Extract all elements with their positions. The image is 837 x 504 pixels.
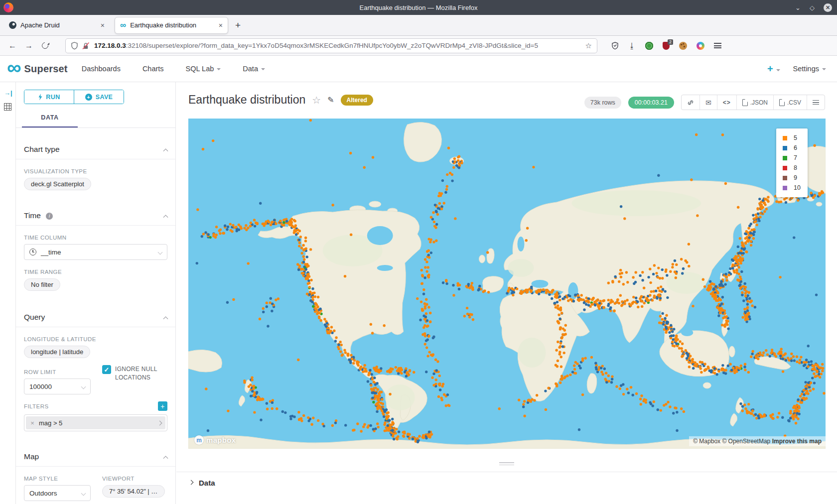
edit-title-icon[interactable]: ✎ xyxy=(327,95,334,105)
hamburger-menu-icon[interactable] xyxy=(714,43,721,48)
legend-label: 7 xyxy=(794,154,797,161)
map-style-select[interactable]: Outdoors xyxy=(24,485,91,501)
legend-label: 6 xyxy=(794,144,797,151)
new-tab-button[interactable]: + xyxy=(235,20,241,31)
lightning-icon xyxy=(38,94,42,101)
deckgl-scatterplot-map[interactable]: 5 6 7 8 9 10 m mapbox © Mapbox © OpenStr… xyxy=(188,119,826,449)
tab-close-icon[interactable]: × xyxy=(101,21,105,29)
nav-charts[interactable]: Charts xyxy=(142,65,164,73)
email-button[interactable]: ✉ xyxy=(699,95,717,110)
tab-earthquake-distribution[interactable]: ∞ Earthquake distribution × xyxy=(115,17,228,34)
back-button[interactable]: ← xyxy=(8,41,16,50)
chevron-down-icon xyxy=(81,384,86,389)
pocket-shield-icon[interactable] xyxy=(611,42,619,50)
legend-row: 6 xyxy=(783,143,801,153)
remove-filter-icon[interactable]: × xyxy=(26,419,39,427)
colorful-extension-icon[interactable] xyxy=(697,42,704,50)
legend-swatch xyxy=(783,146,787,150)
mapbox-icon: m xyxy=(194,435,204,445)
export-json-label: .JSON xyxy=(750,99,768,106)
chevron-down-icon xyxy=(81,491,86,496)
time-column-value: __time xyxy=(41,249,61,256)
caret-down-icon xyxy=(261,68,265,72)
section-title: Time i xyxy=(24,211,53,220)
copy-link-button[interactable] xyxy=(682,95,699,110)
row-limit-value: 100000 xyxy=(29,383,52,390)
export-json-button[interactable]: .JSON xyxy=(736,95,773,110)
permissions-shield-icon[interactable] xyxy=(71,42,78,50)
settings-menu[interactable]: Settings xyxy=(793,65,826,73)
chart-title: Earthquake distribution xyxy=(188,93,305,107)
save-button[interactable]: + SAVE xyxy=(74,90,124,104)
filter-value: mag > 5 xyxy=(39,419,153,427)
tab-close-icon[interactable]: × xyxy=(219,21,223,29)
superset-brand[interactable]: Superset xyxy=(24,63,68,75)
favorite-star-icon[interactable]: ☆ xyxy=(312,94,321,106)
url-text[interactable]: 172.18.0.3:32108/superset/explore/?form_… xyxy=(94,42,581,49)
query-timer-pill: 00:00:03.21 xyxy=(628,97,674,109)
legend-row: 5 xyxy=(783,133,801,143)
time-range-label: TIME RANGE xyxy=(24,269,167,275)
chevron-right-icon xyxy=(189,480,194,485)
add-filter-button[interactable]: + xyxy=(158,401,167,411)
lonlat-pill[interactable]: longitude | latitude xyxy=(24,346,90,358)
tab-apache-druid[interactable]: Apache Druid × xyxy=(4,17,110,34)
improve-map-link[interactable]: Improve this map xyxy=(772,438,822,445)
dataset-grid-icon[interactable] xyxy=(4,103,11,111)
run-button[interactable]: RUN xyxy=(24,90,74,104)
nav-sql-lab[interactable]: SQL Lab xyxy=(186,65,221,73)
nav-data[interactable]: Data xyxy=(243,65,265,73)
section-query[interactable]: Query xyxy=(24,311,167,324)
row-limit-select[interactable]: 100000 xyxy=(24,378,91,394)
new-item-button[interactable]: + xyxy=(767,63,780,75)
ublock-extension-icon[interactable]: 2 xyxy=(663,42,670,50)
map-legend: 5 6 7 8 9 10 xyxy=(776,128,808,197)
legend-swatch xyxy=(783,176,787,180)
extension-green-icon[interactable] xyxy=(645,42,653,50)
viz-type-pill[interactable]: deck.gl Scatterplot xyxy=(24,178,91,190)
expand-filter-icon[interactable] xyxy=(153,421,165,425)
viewport-pill[interactable]: 7° 35' 54.02" | 31... xyxy=(102,485,165,498)
attribution-osm[interactable]: © OpenStreetMap xyxy=(722,438,770,445)
attribution-mapbox[interactable]: © Mapbox xyxy=(693,438,720,445)
cookie-extension-icon[interactable] xyxy=(679,42,687,50)
url-path: :32108/superset/explore/?form_data_key=1… xyxy=(126,42,538,49)
time-range-pill[interactable]: No filter xyxy=(24,278,60,291)
clock-icon xyxy=(29,249,36,255)
link-icon xyxy=(687,99,694,106)
url-host: 172.18.0.3 xyxy=(94,42,126,49)
control-panel: RUN + SAVE DATA Chart type VISUALIZATION… xyxy=(16,82,176,504)
data-tab[interactable]: DATA xyxy=(16,113,175,128)
bookmark-star-icon[interactable]: ☆ xyxy=(585,41,592,50)
resize-drag-handle[interactable] xyxy=(499,462,514,467)
embed-code-button[interactable]: <> xyxy=(717,95,736,110)
forward-button[interactable]: → xyxy=(25,41,33,50)
expand-panel-icon[interactable]: →| xyxy=(4,89,12,97)
data-results-panel[interactable]: Data xyxy=(176,472,837,504)
section-time[interactable]: Time i xyxy=(24,209,167,222)
url-bar[interactable]: 172.18.0.3:32108/superset/explore/?form_… xyxy=(65,38,597,53)
more-options-button[interactable] xyxy=(807,95,825,110)
downloads-icon[interactable]: ⭳ xyxy=(628,41,636,50)
section-chart-type[interactable]: Chart type xyxy=(24,143,167,156)
nav-dashboards[interactable]: Dashboards xyxy=(82,65,121,73)
reload-button[interactable] xyxy=(40,41,49,50)
window-title: Earthquake distribution — Mozilla Firefo… xyxy=(0,4,837,11)
mapbox-logo[interactable]: m mapbox xyxy=(194,435,236,445)
filter-chip[interactable]: × mag > 5 xyxy=(26,416,165,429)
insecure-lock-icon[interactable] xyxy=(82,42,90,50)
altered-badge[interactable]: Altered xyxy=(341,95,373,106)
window-maximize-icon[interactable]: ◇ xyxy=(810,4,815,11)
export-csv-button[interactable]: .CSV xyxy=(773,95,807,110)
viewport-label: VIEWPORT xyxy=(102,476,165,482)
time-column-select[interactable]: __time xyxy=(24,244,167,260)
chevron-up-icon xyxy=(163,316,168,321)
legend-label: 10 xyxy=(794,184,801,191)
row-limit-label: ROW LIMIT xyxy=(24,369,102,375)
section-map[interactable]: Map xyxy=(24,450,167,463)
ignore-null-checkbox[interactable] xyxy=(102,365,111,374)
nav-sql-lab-label: SQL Lab xyxy=(186,65,214,73)
window-close-icon[interactable]: ✕ xyxy=(824,3,832,12)
window-minimize-icon[interactable]: ⌄ xyxy=(795,4,801,11)
legend-swatch xyxy=(783,136,787,140)
